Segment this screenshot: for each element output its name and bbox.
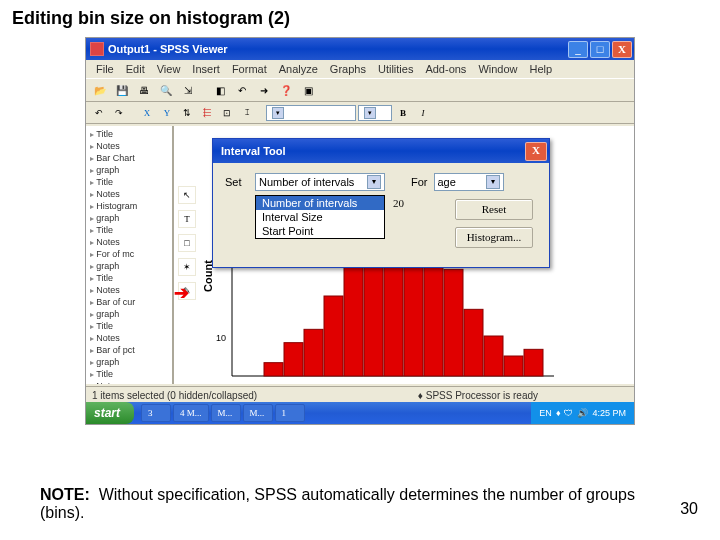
interval-icon[interactable]: 𝙸 bbox=[238, 104, 256, 122]
italic-button[interactable]: I bbox=[414, 104, 432, 122]
set-dropdown[interactable]: Number of intervals Interval Size Start … bbox=[255, 195, 385, 239]
menu-utilities[interactable]: Utilities bbox=[372, 63, 419, 75]
for-label: For bbox=[411, 176, 428, 188]
start-button[interactable]: start bbox=[86, 402, 134, 424]
outline-item[interactable]: Title bbox=[88, 128, 170, 140]
fit-icon[interactable]: ⊡ bbox=[218, 104, 236, 122]
reset-button[interactable]: Reset bbox=[455, 199, 533, 220]
dropdown-option[interactable]: Interval Size bbox=[256, 210, 384, 224]
for-combo[interactable]: age▾ bbox=[434, 173, 504, 191]
lang-indicator[interactable]: EN bbox=[539, 408, 552, 418]
histogram-bar bbox=[504, 356, 523, 376]
taskbar-item[interactable]: M... bbox=[243, 404, 273, 422]
histogram-button[interactable]: Histogram... bbox=[455, 227, 533, 248]
bold-button[interactable]: B bbox=[394, 104, 412, 122]
menu-insert[interactable]: Insert bbox=[186, 63, 226, 75]
outline-item[interactable]: Notes bbox=[88, 380, 170, 384]
open-icon[interactable]: 📂 bbox=[90, 80, 110, 100]
app-icon bbox=[90, 42, 104, 56]
menu-file[interactable]: File bbox=[90, 63, 120, 75]
marker-icon[interactable]: ✶ bbox=[178, 258, 196, 276]
menu-edit[interactable]: Edit bbox=[120, 63, 151, 75]
dialog-title: Interval Tool bbox=[215, 145, 525, 157]
size-combo[interactable]: ▾ bbox=[358, 105, 392, 121]
dialog-recall-icon[interactable]: ◧ bbox=[210, 80, 230, 100]
outline-item[interactable]: Notes bbox=[88, 236, 170, 248]
xy-icon[interactable]: X bbox=[138, 104, 156, 122]
export-icon[interactable]: ⇲ bbox=[178, 80, 198, 100]
undo-icon[interactable]: ↶ bbox=[90, 104, 108, 122]
tray-icon[interactable]: ♦ bbox=[556, 408, 561, 418]
outline-item[interactable]: Title bbox=[88, 272, 170, 284]
outline-item[interactable]: Bar of pct bbox=[88, 344, 170, 356]
save-icon[interactable]: 💾 bbox=[112, 80, 132, 100]
outline-item[interactable]: Title bbox=[88, 320, 170, 332]
histogram-bar bbox=[524, 349, 543, 376]
close-button[interactable]: X bbox=[612, 41, 632, 58]
dropdown-option[interactable]: Number of intervals bbox=[256, 196, 384, 210]
taskbar-item[interactable]: 3 bbox=[141, 404, 171, 422]
menu-analyze[interactable]: Analyze bbox=[273, 63, 324, 75]
output-outline[interactable]: Title Notes Bar Chart graph Title Notes … bbox=[86, 126, 174, 384]
tray-icon[interactable]: 🛡 bbox=[564, 408, 573, 418]
interval-tool-dialog: Interval Tool X Set Number of intervals▾… bbox=[212, 138, 550, 268]
outline-item[interactable]: Notes bbox=[88, 140, 170, 152]
chevron-down-icon[interactable]: ▾ bbox=[486, 175, 500, 189]
set-combo[interactable]: Number of intervals▾ bbox=[255, 173, 385, 191]
variables-icon[interactable]: ❓ bbox=[276, 80, 296, 100]
outline-item[interactable]: Notes bbox=[88, 188, 170, 200]
menu-view[interactable]: View bbox=[151, 63, 187, 75]
outline-item[interactable]: graph bbox=[88, 356, 170, 368]
menu-help[interactable]: Help bbox=[524, 63, 559, 75]
dropdown-option[interactable]: Start Point bbox=[256, 224, 384, 238]
rect-icon[interactable]: □ bbox=[178, 234, 196, 252]
outline-item[interactable]: Title bbox=[88, 176, 170, 188]
dialog-titlebar[interactable]: Interval Tool X bbox=[213, 139, 549, 163]
outline-item[interactable]: graph bbox=[88, 164, 170, 176]
slide-title: Editing bin size on histogram (2) bbox=[0, 0, 720, 33]
menu-graphs[interactable]: Graphs bbox=[324, 63, 372, 75]
goto-icon[interactable]: ➜ bbox=[254, 80, 274, 100]
minimize-button[interactable]: _ bbox=[568, 41, 588, 58]
app-window: Output1 - SPSS Viewer _ □ X File Edit Vi… bbox=[85, 37, 635, 425]
y-icon[interactable]: Y bbox=[158, 104, 176, 122]
outline-item[interactable]: graph bbox=[88, 212, 170, 224]
outline-item[interactable]: graph bbox=[88, 260, 170, 272]
taskbar-item[interactable]: 4 M... bbox=[173, 404, 209, 422]
outline-item[interactable]: Notes bbox=[88, 284, 170, 296]
set-label: Set bbox=[225, 176, 249, 188]
clock[interactable]: 4:25 PM bbox=[592, 408, 626, 418]
pointer-icon[interactable]: ↖ bbox=[178, 186, 196, 204]
font-combo[interactable]: ▾ bbox=[266, 105, 356, 121]
print-icon[interactable]: 🖶 bbox=[134, 80, 154, 100]
outline-item[interactable]: Title bbox=[88, 224, 170, 236]
menu-window[interactable]: Window bbox=[472, 63, 523, 75]
system-tray[interactable]: EN ♦ 🛡 🔊 4:25 PM bbox=[531, 402, 634, 424]
tray-icon[interactable]: 🔊 bbox=[577, 408, 588, 418]
outline-item[interactable]: Bar Chart bbox=[88, 152, 170, 164]
text-icon[interactable]: T bbox=[178, 210, 196, 228]
chevron-down-icon[interactable]: ▾ bbox=[367, 175, 381, 189]
histogram-bar bbox=[484, 336, 503, 376]
preview-icon[interactable]: 🔍 bbox=[156, 80, 176, 100]
dialog-close-button[interactable]: X bbox=[525, 142, 547, 161]
value-text: 20 bbox=[393, 197, 404, 209]
histogram-bar bbox=[464, 309, 483, 376]
maximize-button[interactable]: □ bbox=[590, 41, 610, 58]
redo-icon[interactable]: ↷ bbox=[110, 104, 128, 122]
outline-item[interactable]: graph bbox=[88, 308, 170, 320]
undo-icon[interactable]: ↶ bbox=[232, 80, 252, 100]
outline-item[interactable]: Bar of cur bbox=[88, 296, 170, 308]
taskbar-item[interactable]: M... bbox=[211, 404, 241, 422]
outline-item[interactable]: Title bbox=[88, 368, 170, 380]
menu-addons[interactable]: Add-ons bbox=[419, 63, 472, 75]
outline-item[interactable]: For of mc bbox=[88, 248, 170, 260]
histogram-bar bbox=[264, 363, 283, 376]
line-icon[interactable]: ⬱ bbox=[198, 104, 216, 122]
select-last-icon[interactable]: ▣ bbox=[298, 80, 318, 100]
taskbar-item[interactable]: 1 bbox=[275, 404, 305, 422]
menu-format[interactable]: Format bbox=[226, 63, 273, 75]
outline-item[interactable]: Histogram bbox=[88, 200, 170, 212]
transpose-icon[interactable]: ⇅ bbox=[178, 104, 196, 122]
outline-item[interactable]: Notes bbox=[88, 332, 170, 344]
